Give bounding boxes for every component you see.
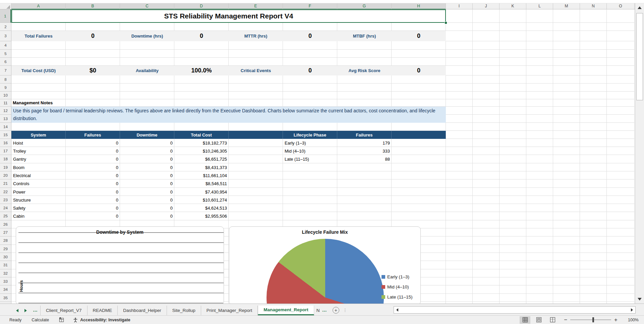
cell-downtime[interactable]: 0 — [122, 204, 173, 212]
page-break-view-button[interactable] — [547, 316, 558, 324]
sheet-tab-print-manager-report[interactable]: Print_Manager_Report — [201, 306, 258, 315]
new-sheet-button[interactable]: + — [333, 307, 339, 314]
column-header-B[interactable]: B — [66, 3, 120, 9]
row-header-34[interactable]: 34 — [0, 285, 11, 294]
table-header-cell[interactable]: Lifecycle Phase — [283, 131, 337, 139]
cell-downtime[interactable]: 0 — [122, 212, 173, 220]
zoom-slider[interactable] — [570, 320, 611, 320]
cell-downtime[interactable]: 0 — [122, 171, 173, 179]
page-layout-view-button[interactable] — [533, 316, 544, 324]
cell-system[interactable]: Cabin — [13, 212, 64, 220]
row-header-3[interactable]: 3 — [0, 31, 11, 41]
sheet-tab-client-report-v7[interactable]: Client_Report_V7 — [40, 306, 87, 315]
table-row[interactable]: Power00$7,430,954 — [11, 188, 446, 196]
column-header-M[interactable]: M — [553, 3, 580, 9]
more-sheets-right[interactable]: … — [319, 306, 330, 315]
row-header-4[interactable]: 4 — [0, 41, 11, 50]
macro-record-button[interactable] — [59, 317, 64, 322]
cell-failures[interactable]: 0 — [67, 139, 118, 147]
cell-system[interactable]: Safety — [13, 204, 64, 212]
table-row[interactable]: Hoist00$18,182,773Early (1–3)179 — [11, 139, 446, 147]
column-header-E[interactable]: E — [229, 3, 283, 9]
legend-entry[interactable]: Early (1–3) — [382, 272, 413, 282]
cell-total-cost[interactable]: $10,246,305 — [176, 147, 227, 155]
selection-fill-handle[interactable] — [445, 21, 447, 24]
table-header-cell[interactable]: Total Cost — [174, 131, 229, 139]
cell-downtime[interactable]: 0 — [122, 188, 173, 196]
cell-system[interactable]: Controls — [13, 179, 64, 188]
cell-failures[interactable]: 0 — [67, 212, 118, 220]
column-header-C[interactable]: C — [120, 3, 174, 9]
scroll-down-button[interactable] — [635, 295, 644, 304]
cell-total-cost[interactable]: $7,430,954 — [176, 188, 227, 196]
cell-failures[interactable]: 0 — [67, 196, 118, 204]
row-header-12[interactable]: 12 — [0, 107, 11, 115]
table-header-row[interactable]: SystemFailuresDowntimeTotal CostLifecycl… — [11, 131, 446, 139]
cell-total-cost[interactable]: $11,661,104 — [176, 171, 227, 179]
row-header-7[interactable]: 7 — [0, 66, 11, 75]
cell-total-cost[interactable]: $8,431,373 — [176, 163, 227, 171]
table-row[interactable]: Structure00$10,601,274 — [11, 196, 446, 204]
status-calculate[interactable]: Calculate — [32, 318, 59, 322]
cell-downtime[interactable]: 0 — [122, 147, 173, 155]
zoom-level[interactable]: 100% — [622, 318, 639, 322]
report-title-cell[interactable]: STS Reliability Management Report V4 — [11, 9, 446, 23]
cell-failures[interactable]: 0 — [67, 155, 118, 163]
cell-downtime[interactable]: 0 — [122, 179, 173, 188]
table-row[interactable]: Trolley00$10,246,305Mid (4–10)333 — [11, 147, 446, 155]
scroll-right-icon[interactable] — [631, 308, 635, 312]
downtime-by-system-chart[interactable]: Downtime by System Hours — [16, 226, 224, 304]
cell-total-cost[interactable]: $8,546,511 — [176, 179, 227, 188]
table-row[interactable]: Boom00$8,431,373 — [11, 163, 446, 171]
table-row[interactable]: Controls00$8,546,511 — [11, 179, 446, 188]
zoom-in-button[interactable]: + — [611, 317, 621, 323]
row-header-19[interactable]: 19 — [0, 163, 11, 171]
cell-system[interactable]: Electrical — [13, 171, 64, 179]
column-header-L[interactable]: L — [526, 3, 553, 9]
management-notes-body[interactable]: Use this page for board / terminal leade… — [11, 107, 446, 123]
row-header-22[interactable]: 22 — [0, 188, 11, 196]
column-header-F[interactable]: F — [283, 3, 337, 9]
row-header-17[interactable]: 17 — [0, 147, 11, 155]
cell-system[interactable]: Structure — [13, 196, 64, 204]
cell-total-cost[interactable]: $18,182,773 — [176, 139, 227, 147]
row-header-33[interactable]: 33 — [0, 277, 11, 285]
table-header-cell[interactable]: Downtime — [120, 131, 174, 139]
cell-system[interactable]: Gantry — [13, 155, 64, 163]
row-header-20[interactable]: 20 — [0, 171, 11, 179]
sheet-tab-site-rollup[interactable]: Site_Rollup — [167, 306, 201, 315]
row-header-28[interactable]: 28 — [0, 236, 11, 245]
table-header-cell[interactable] — [229, 131, 283, 139]
column-header-N[interactable]: N — [580, 3, 607, 9]
cell-lifecycle-phase[interactable]: Late (11–15) — [285, 155, 336, 163]
sheet-tab-readme[interactable]: README — [87, 306, 118, 315]
row-header-21[interactable]: 21 — [0, 179, 11, 188]
row-header-9[interactable]: 9 — [0, 84, 11, 92]
scroll-left-icon[interactable] — [395, 308, 398, 312]
table-row[interactable]: Cabin00$2,955,506 — [11, 212, 446, 220]
kpi-band-row3[interactable]: Total Failures0Downtime (hrs)0MTTR (hrs)… — [11, 31, 446, 41]
normal-view-button[interactable] — [520, 316, 530, 324]
row-header-29[interactable]: 29 — [0, 245, 11, 253]
table-row[interactable]: Electrical00$11,661,104 — [11, 171, 446, 179]
cell-system[interactable]: Hoist — [13, 139, 64, 147]
cell-total-cost[interactable]: $10,601,274 — [176, 196, 227, 204]
zoom-slider-thumb[interactable] — [592, 317, 594, 322]
row-header-18[interactable]: 18 — [0, 155, 11, 163]
cell-failures[interactable]: 0 — [67, 204, 118, 212]
cell-failures[interactable]: 0 — [67, 188, 118, 196]
cell-failures[interactable]: 0 — [67, 147, 118, 155]
column-header-I[interactable]: I — [446, 3, 473, 9]
row-header-35[interactable]: 35 — [0, 294, 11, 302]
zoom-out-button[interactable]: − — [561, 317, 570, 323]
scroll-up-button[interactable] — [635, 3, 644, 12]
column-header-H[interactable]: H — [392, 3, 446, 9]
row-header-23[interactable]: 23 — [0, 196, 11, 204]
table-header-cell[interactable]: System — [11, 131, 66, 139]
row-header-5[interactable]: 5 — [0, 50, 11, 58]
cell-system[interactable]: Trolley — [13, 147, 64, 155]
cell-downtime[interactable]: 0 — [122, 196, 173, 204]
cell-system[interactable]: Boom — [13, 163, 64, 171]
row-header-10[interactable]: 10 — [0, 92, 11, 99]
row-header-25[interactable]: 25 — [0, 212, 11, 220]
